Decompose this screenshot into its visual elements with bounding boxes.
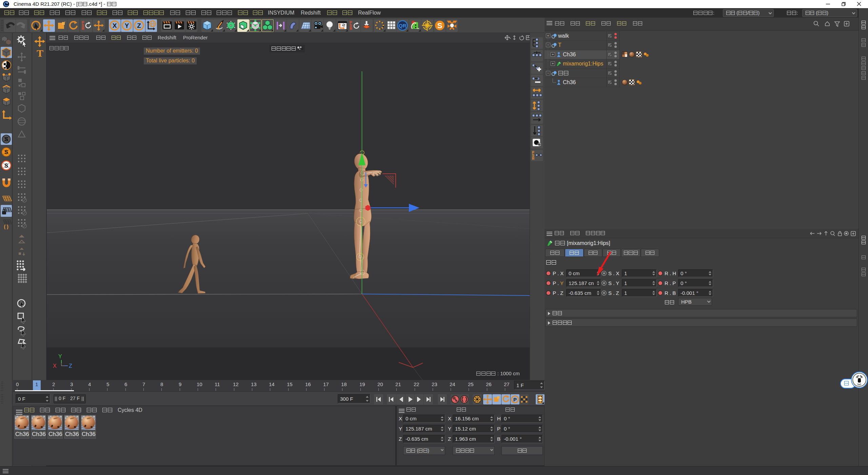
svg-text:X: X [113, 22, 117, 29]
svg-text:X: X [53, 363, 57, 369]
svg-text:Z: Z [69, 363, 72, 369]
svg-text:QR: QR [399, 23, 407, 28]
svg-text:S: S [437, 21, 442, 30]
svg-text:S: S [4, 163, 8, 169]
svg-text:Y: Y [125, 22, 129, 29]
svg-text:Y: Y [58, 354, 62, 359]
svg-text:S: S [4, 149, 8, 155]
svg-text:S: S [4, 136, 8, 142]
svg-text:Z: Z [137, 22, 141, 29]
svg-text:( ): ( ) [4, 224, 8, 229]
svg-text:R: R [350, 26, 352, 31]
svg-text:R: R [82, 26, 84, 31]
svg-text:R: R [532, 157, 535, 160]
svg-text:P: P [513, 397, 517, 402]
